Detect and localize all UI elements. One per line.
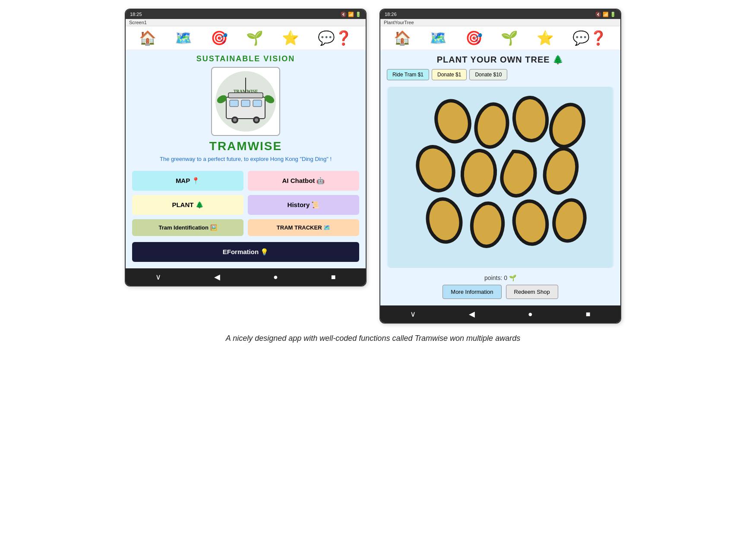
plant-button[interactable]: PLANT 🌲 bbox=[132, 195, 243, 215]
tram-tracker-button[interactable]: TRAM TRACKER 🗺️ bbox=[248, 219, 359, 236]
bottom-back-1[interactable]: ◀ bbox=[214, 272, 220, 282]
phone-screen1: 18:25 🔇 📶 🔋 Screen1 🏠 🗺️ 🎯 🌱 ⭐ 💬❓ SUSTAI… bbox=[125, 9, 367, 286]
tram-logo-svg: TRAMWISE bbox=[213, 69, 278, 134]
status-bar-2: 18:26 🔇 📶 🔋 bbox=[380, 9, 620, 19]
bottom-chevron-1[interactable]: ∨ bbox=[155, 272, 161, 282]
screen1-body: SUSTAINABLE VISION TRAMWISE bbox=[126, 50, 366, 268]
nav-home-1[interactable]: 🏠 bbox=[139, 30, 156, 46]
phone-screen2: 18:26 🔇 📶 🔋 PlantYourTree 🏠 🗺️ 🎯 🌱 ⭐ 💬❓ … bbox=[379, 9, 621, 324]
ride-tram-button[interactable]: Ride Tram $1 bbox=[387, 69, 429, 80]
bottom-nav-1: ∨ ◀ ● ■ bbox=[126, 268, 366, 286]
more-information-button[interactable]: More Information bbox=[443, 285, 501, 299]
svg-rect-10 bbox=[228, 93, 263, 98]
tram-logo-container: TRAMWISE bbox=[132, 67, 359, 136]
redeem-shop-button[interactable]: Redeem Shop bbox=[506, 285, 558, 299]
nav-target-2[interactable]: 🎯 bbox=[465, 30, 483, 46]
donate10-button[interactable]: Donate $10 bbox=[469, 69, 507, 80]
bottom-home-2[interactable]: ● bbox=[528, 310, 533, 319]
donate1-button[interactable]: Donate $1 bbox=[432, 69, 467, 80]
nav-icons-2: 🏠 🗺️ 🎯 🌱 ⭐ 💬❓ bbox=[380, 26, 620, 50]
nav-home-2[interactable]: 🏠 bbox=[394, 30, 411, 46]
eformation-button[interactable]: EFormation 💡 bbox=[132, 242, 359, 262]
screen2-body: PLANT YOUR OWN TREE 🌲 Ride Tram $1 Donat… bbox=[380, 50, 620, 305]
nav-map-2[interactable]: 🗺️ bbox=[430, 30, 447, 46]
nav-chat-2[interactable]: 💬❓ bbox=[572, 30, 607, 46]
bottom-nav-2: ∨ ◀ ● ■ bbox=[380, 305, 620, 323]
donate-buttons-row: Ride Tram $1 Donate $1 Donate $10 bbox=[387, 69, 614, 80]
tramwise-title: TRAMWISE bbox=[132, 139, 359, 153]
bottom-chevron-2[interactable]: ∨ bbox=[410, 309, 416, 319]
points-display: points: 0 🌱 bbox=[387, 274, 614, 281]
time-1: 18:25 bbox=[130, 12, 142, 17]
bottom-home-1[interactable]: ● bbox=[273, 273, 278, 282]
svg-point-9 bbox=[255, 118, 258, 122]
status-bar-1: 18:25 🔇 📶 🔋 bbox=[126, 9, 366, 19]
nav-star-1[interactable]: ⭐ bbox=[282, 30, 299, 46]
nav-target-1[interactable]: 🎯 bbox=[211, 30, 228, 46]
map-button[interactable]: MAP 📍 bbox=[132, 171, 243, 191]
tram-logo: TRAMWISE bbox=[211, 67, 280, 136]
screen-label-2: PlantYourTree bbox=[380, 19, 620, 26]
time-2: 18:26 bbox=[385, 12, 397, 17]
bottom-square-1[interactable]: ■ bbox=[331, 273, 336, 282]
bottom-back-2[interactable]: ◀ bbox=[469, 309, 475, 319]
tagline: The greenway to a perfect future, to exp… bbox=[132, 156, 359, 162]
caption-text: A nicely designed app with well-coded fu… bbox=[226, 334, 520, 343]
main-buttons-grid: MAP 📍 AI Chatbot 🤖 PLANT 🌲 History 📜 Tra… bbox=[132, 171, 359, 236]
seeds-svg bbox=[387, 87, 614, 268]
svg-point-7 bbox=[233, 118, 237, 122]
nav-plant-1[interactable]: 🌱 bbox=[246, 30, 263, 46]
seeds-area bbox=[387, 87, 614, 268]
nav-plant-2[interactable]: 🌱 bbox=[501, 30, 518, 46]
screen-label-1: Screen1 bbox=[126, 19, 366, 26]
history-button[interactable]: History 📜 bbox=[248, 195, 359, 215]
tram-id-button[interactable]: Tram Identification 🖼️ bbox=[132, 219, 243, 236]
nav-map-1[interactable]: 🗺️ bbox=[175, 30, 192, 46]
nav-chat-1[interactable]: 💬❓ bbox=[318, 30, 352, 46]
svg-rect-5 bbox=[253, 100, 262, 107]
status-icons-1: 🔇 📶 🔋 bbox=[341, 12, 361, 17]
status-icons-2: 🔇 📶 🔋 bbox=[595, 12, 616, 17]
svg-rect-4 bbox=[241, 100, 250, 107]
svg-rect-3 bbox=[230, 100, 238, 107]
plant-title: PLANT YOUR OWN TREE 🌲 bbox=[387, 54, 614, 65]
nav-icons-1: 🏠 🗺️ 🎯 🌱 ⭐ 💬❓ bbox=[126, 26, 366, 50]
nav-star-2[interactable]: ⭐ bbox=[537, 30, 554, 46]
sustainable-vision-label: SUSTAINABLE VISION bbox=[132, 54, 359, 63]
bottom-square-2[interactable]: ■ bbox=[586, 310, 591, 319]
action-buttons-row: More Information Redeem Shop bbox=[387, 285, 614, 299]
ai-chatbot-button[interactable]: AI Chatbot 🤖 bbox=[248, 171, 359, 191]
